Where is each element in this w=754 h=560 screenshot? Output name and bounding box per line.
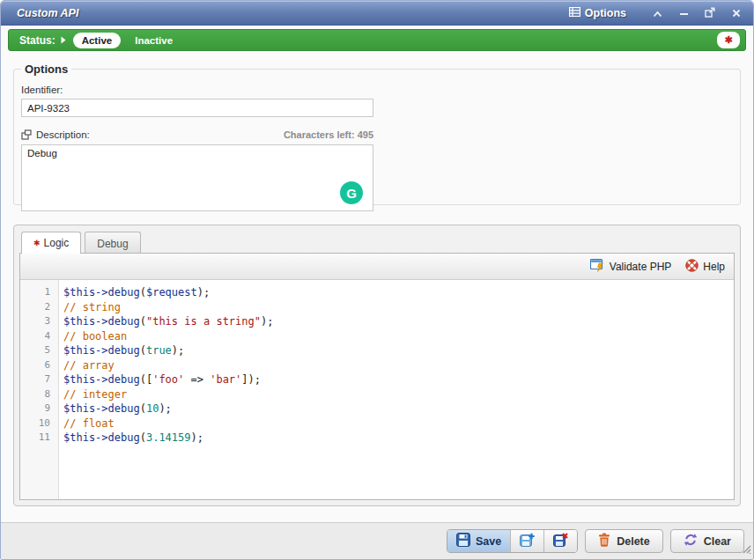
code-line: 1$this->debug($request); <box>20 285 734 300</box>
options-menu-label: Options <box>585 7 626 19</box>
code-line: 5$this->debug(true); <box>20 343 734 358</box>
line-number: 1 <box>20 285 59 300</box>
code-text: // boolean <box>59 329 127 344</box>
description-textarea[interactable]: Debug <box>21 144 373 211</box>
popout-button[interactable] <box>702 6 718 20</box>
save-button[interactable]: Save <box>447 530 511 552</box>
save-label: Save <box>476 535 501 548</box>
line-number: 9 <box>20 402 59 416</box>
delete-button[interactable]: Delete <box>585 529 663 553</box>
code-text: // string <box>59 300 121 315</box>
titlebar: Custom API Options <box>1 1 753 26</box>
line-number: 2 <box>20 300 59 315</box>
line-number: 11 <box>20 431 59 446</box>
delete-label: Delete <box>617 535 650 548</box>
line-number: 8 <box>20 387 59 402</box>
options-legend: Options <box>21 63 71 76</box>
code-line: 4// boolean <box>20 329 734 344</box>
refresh-arrows-icon <box>684 533 698 549</box>
save-close-button[interactable] <box>544 530 577 552</box>
options-section: Options Identifier: Description: Charact… <box>13 63 741 205</box>
code-text: $this->debug(['foo' => 'bar']); <box>59 372 261 387</box>
trash-icon <box>598 533 610 549</box>
tab-debug[interactable]: Debug <box>85 232 140 254</box>
footer-toolbar: Save Delete Clear <box>1 522 753 559</box>
code-toolbar: Validate PHP Help <box>20 254 734 280</box>
window-title: Custom API <box>17 7 569 19</box>
help-lifering-icon <box>685 259 699 275</box>
minimize-button[interactable] <box>676 6 691 20</box>
custom-api-window: Custom API Options Status: <box>0 0 754 560</box>
status-option-active[interactable]: Active <box>73 33 122 48</box>
validate-php-label: Validate PHP <box>610 261 671 273</box>
characters-left-counter: Characters left: 495 <box>284 129 373 140</box>
minus-icon <box>679 5 689 21</box>
code-text: $this->debug(10); <box>59 402 172 416</box>
code-line: 7$this->debug(['foo' => 'bar']); <box>20 372 734 387</box>
popup-editor-icon[interactable] <box>21 129 32 140</box>
arrow-right-icon <box>61 36 66 44</box>
close-icon <box>732 5 741 21</box>
status-bar: Status: Active Inactive ✱ <box>8 29 746 51</box>
code-editor[interactable]: 1$this->debug($request);2// string3$this… <box>20 280 734 499</box>
code-line: 9$this->debug(10); <box>20 402 734 416</box>
list-icon <box>569 7 580 19</box>
code-line: 8// integer <box>20 387 734 402</box>
save-floppy-icon <box>456 533 470 549</box>
grammarly-icon[interactable]: G <box>340 181 363 204</box>
line-number: 6 <box>20 358 59 373</box>
help-label: Help <box>703 261 725 273</box>
code-line: 2// string <box>20 300 734 315</box>
code-line: 10// float <box>20 416 734 431</box>
save-new-button[interactable] <box>511 530 544 552</box>
code-text: $this->debug($request); <box>59 285 210 300</box>
tab-logic-label: Logic <box>44 237 70 249</box>
code-text: // float <box>59 416 115 431</box>
save-button-group: Save <box>447 529 578 553</box>
collapse-button[interactable] <box>649 6 665 20</box>
code-lines: 1$this->debug($request);2// string3$this… <box>20 280 734 446</box>
required-asterisk-icon: ✱ <box>33 239 41 247</box>
code-text: $this->debug("this is a string"); <box>59 314 273 329</box>
tab-content: Validate PHP Help 1$this->debug($request… <box>19 253 735 500</box>
line-number: 7 <box>20 372 59 387</box>
description-label: Description: <box>36 129 90 140</box>
identifier-input[interactable] <box>21 99 373 117</box>
status-label: Status: <box>19 34 55 47</box>
chevron-up-icon <box>653 5 662 21</box>
code-text: $this->debug(true); <box>59 343 184 358</box>
clear-label: Clear <box>704 535 731 548</box>
close-button[interactable] <box>728 6 744 20</box>
logic-panel: ✱ Logic Debug Validate PHP He <box>13 225 741 506</box>
code-line: 3$this->debug("this is a string"); <box>20 314 734 329</box>
clear-button[interactable]: Clear <box>670 529 744 553</box>
status-option-inactive[interactable]: Inactive <box>126 33 181 48</box>
code-line: 6// array <box>20 358 734 373</box>
line-number: 3 <box>20 314 59 329</box>
save-x-icon <box>553 533 568 549</box>
code-text: // integer <box>59 387 127 402</box>
save-plus-icon <box>520 533 535 549</box>
code-text: // array <box>59 358 115 373</box>
tab-bar: ✱ Logic Debug <box>19 231 735 253</box>
options-menu-button[interactable]: Options <box>569 7 626 19</box>
resize-grip[interactable] <box>741 542 751 557</box>
tab-logic[interactable]: ✱ Logic <box>21 232 81 254</box>
help-button[interactable]: Help <box>685 259 725 275</box>
titlebar-controls: Options <box>569 6 744 20</box>
validate-php-button[interactable]: Validate PHP <box>590 258 671 275</box>
validate-php-icon <box>590 258 605 275</box>
required-marker-button[interactable]: ✱ <box>717 32 740 48</box>
description-header: Description: Characters left: 495 <box>21 129 373 140</box>
line-number: 4 <box>20 329 59 344</box>
popout-icon <box>705 5 715 21</box>
identifier-label: Identifier: <box>21 85 733 95</box>
tab-debug-label: Debug <box>97 238 128 250</box>
code-text: $this->debug(3.14159); <box>59 431 203 446</box>
code-line: 11$this->debug(3.14159); <box>20 431 734 446</box>
line-number: 5 <box>20 343 59 358</box>
line-number: 10 <box>20 416 59 431</box>
